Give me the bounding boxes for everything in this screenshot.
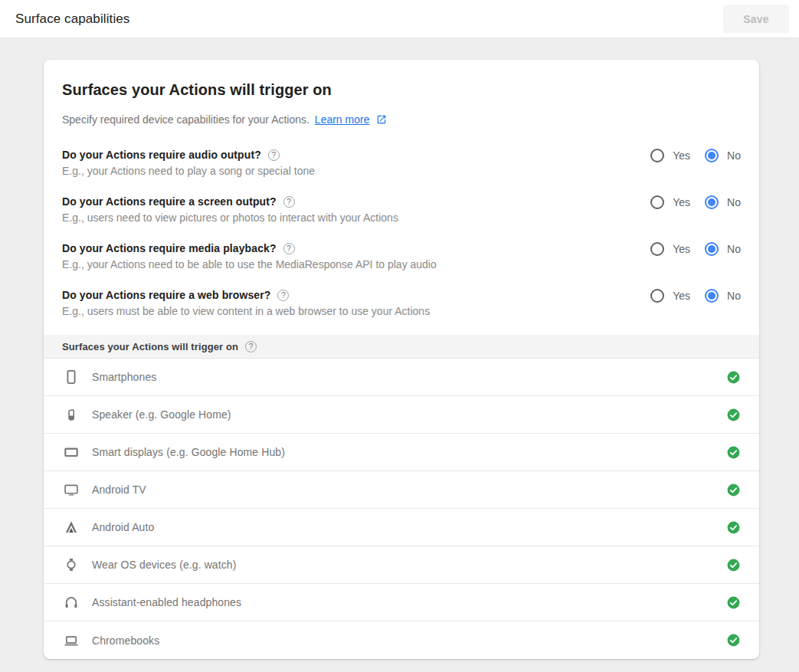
top-app-bar: Surface capabilities Save	[0, 0, 799, 38]
card-subtitle: Specify required device capabilities for…	[62, 113, 741, 126]
save-button[interactable]: Save	[723, 5, 789, 33]
radio-yes-label: Yes	[673, 149, 690, 162]
radio-option-no[interactable]: No	[705, 242, 741, 256]
question-title: Do your Actions require a web browser?	[62, 288, 270, 303]
question-description: E.g., your Actions need to play a song o…	[62, 163, 315, 179]
surface-label: Chromebooks	[92, 634, 726, 647]
radio-no-label: No	[727, 149, 741, 162]
radio-no-label: No	[727, 196, 741, 208]
question-description: E.g., users need to view pictures or pho…	[62, 210, 398, 225]
surfaces-list: Smartphones Speaker (e.g. Google Home) S…	[44, 359, 759, 659]
check-circle-icon	[726, 408, 741, 422]
radio-no-icon[interactable]	[705, 149, 719, 162]
check-circle-icon	[726, 595, 741, 610]
learn-more-link[interactable]: Learn more	[315, 113, 370, 126]
surface-label: Assistant-enabled headphones	[92, 596, 726, 608]
radio-option-yes[interactable]: Yes	[650, 149, 690, 162]
surfaces-section-header: Surfaces your Actions will trigger on	[44, 335, 759, 359]
radio-option-no[interactable]: No	[705, 289, 741, 303]
radio-yes-label: Yes	[673, 290, 690, 302]
question-title: Do your Actions require audio output?	[62, 148, 261, 162]
check-circle-icon	[726, 520, 741, 535]
help-icon[interactable]	[277, 290, 289, 301]
smartphone-icon	[62, 368, 80, 386]
surface-row: Android TV	[44, 471, 759, 509]
radio-yes-icon[interactable]	[650, 289, 664, 303]
surface-label: Speaker (e.g. Google Home)	[92, 408, 726, 421]
radio-option-no[interactable]: No	[705, 149, 741, 162]
surface-row: Android Auto	[44, 509, 759, 546]
radio-option-yes[interactable]: Yes	[650, 289, 690, 303]
check-circle-icon	[726, 445, 741, 460]
surface-row: Chromebooks	[44, 621, 759, 659]
open-in-new-icon[interactable]	[372, 113, 387, 126]
radio-option-no[interactable]: No	[705, 195, 741, 209]
question-row: Do your Actions require a web browser? E…	[62, 288, 741, 319]
card-heading: Surfaces your Actions will trigger on	[62, 81, 741, 99]
surface-label: Smart displays (e.g. Google Home Hub)	[92, 446, 726, 458]
surface-label: Android TV	[92, 484, 726, 496]
radio-no-label: No	[727, 290, 741, 302]
surface-row: Smartphones	[44, 359, 759, 396]
page-title: Surface capabilities	[15, 11, 129, 27]
surfaces-header-label: Surfaces your Actions will trigger on	[62, 341, 238, 352]
surface-label: Android Auto	[92, 521, 726, 533]
radio-no-icon[interactable]	[705, 242, 719, 256]
radio-yes-icon[interactable]	[650, 149, 664, 162]
check-circle-icon	[726, 558, 741, 572]
speaker-icon	[62, 405, 80, 424]
android-auto-icon	[62, 518, 80, 536]
help-icon[interactable]	[268, 149, 280, 161]
radio-yes-label: Yes	[673, 196, 690, 208]
radio-no-icon[interactable]	[705, 289, 719, 303]
headphones-icon	[62, 593, 80, 611]
question-row: Do your Actions require media playback? …	[62, 241, 741, 272]
check-circle-icon	[726, 370, 741, 385]
surface-row: Assistant-enabled headphones	[44, 584, 759, 621]
surface-label: Wear OS devices (e.g. watch)	[92, 559, 726, 571]
question-row: Do your Actions require audio output? E.…	[62, 148, 741, 179]
question-title: Do your Actions require media playback?	[62, 241, 277, 256]
radio-yes-label: Yes	[673, 243, 690, 255]
radio-no-icon[interactable]	[705, 195, 719, 209]
question-title: Do your Actions require a screen output?	[62, 195, 277, 209]
wear-os-watch-icon	[62, 556, 80, 574]
question-description: E.g., users must be able to view content…	[62, 303, 430, 319]
surface-label: Smartphones	[92, 371, 726, 383]
radio-option-yes[interactable]: Yes	[650, 242, 690, 256]
question-description: E.g., your Actions need to be able to us…	[62, 257, 437, 272]
check-circle-icon	[726, 633, 741, 647]
surface-capabilities-card: Surfaces your Actions will trigger on Sp…	[44, 60, 759, 659]
radio-no-label: No	[727, 243, 741, 255]
check-circle-icon	[726, 483, 741, 497]
chromebook-icon	[62, 631, 80, 650]
smart-display-icon	[62, 443, 80, 461]
questions: Do your Actions require audio output? E.…	[62, 148, 741, 319]
help-icon[interactable]	[245, 341, 257, 352]
question-row: Do your Actions require a screen output?…	[62, 195, 741, 225]
radio-yes-icon[interactable]	[650, 195, 664, 209]
subtitle-text: Specify required device capabilities for…	[62, 113, 309, 126]
surface-row: Wear OS devices (e.g. watch)	[44, 546, 759, 584]
help-icon[interactable]	[283, 196, 295, 208]
android-tv-icon	[62, 480, 80, 499]
help-icon[interactable]	[283, 243, 295, 254]
radio-yes-icon[interactable]	[650, 242, 664, 256]
surface-row: Speaker (e.g. Google Home)	[44, 396, 759, 434]
surface-row: Smart displays (e.g. Google Home Hub)	[44, 434, 759, 471]
radio-option-yes[interactable]: Yes	[650, 195, 690, 209]
